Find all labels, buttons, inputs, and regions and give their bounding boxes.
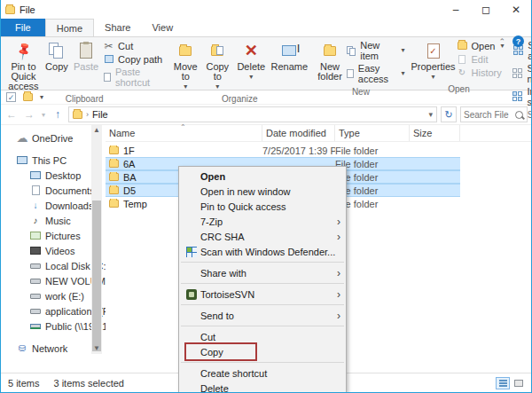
folder-icon	[109, 146, 119, 154]
column-header-size[interactable]: Size	[410, 125, 460, 141]
details-view-button[interactable]	[496, 377, 510, 389]
copy-highlight-box	[184, 342, 257, 361]
menu-item-create-shortcut[interactable]: Create shortcut	[179, 365, 346, 381]
sidebar-item-local-disk-c[interactable]: Local Disk (C:)	[1, 258, 106, 273]
search-box[interactable]	[460, 106, 528, 122]
delete-button[interactable]: ✕ Delete	[233, 38, 269, 83]
pin-to-quick-access-button[interactable]: 📌 Pin to Quick access	[4, 38, 43, 93]
minimize-button[interactable]: –	[441, 0, 471, 20]
group-label-new: New	[315, 86, 406, 98]
breadcrumb-item[interactable]: File	[92, 109, 108, 120]
menu-item-tortoisesvn[interactable]: TortoiseSVN›	[179, 287, 346, 302]
sidebar-item-this-pc[interactable]: This PC	[1, 153, 106, 168]
submenu-arrow-icon: ›	[337, 267, 340, 279]
paste-shortcut-icon	[103, 72, 112, 83]
menu-item-crc-sha[interactable]: CRC SHA›	[179, 229, 346, 244]
tortoisesvn-icon	[186, 289, 197, 300]
ribbon-copy-button[interactable]: Copy	[43, 38, 71, 74]
tab-share[interactable]: Share	[94, 19, 141, 36]
properties-quick-icon[interactable]: ✓	[6, 92, 16, 102]
menu-item-copy[interactable]: Copy	[179, 344, 346, 359]
sidebar-item-work-e[interactable]: work (E:)	[1, 288, 106, 303]
scroll-down-icon[interactable]: ▼	[91, 343, 102, 354]
new-folder-icon	[324, 46, 336, 56]
context-menu: Open Open in new window Pin to Quick acc…	[178, 166, 347, 392]
paste-icon	[80, 43, 92, 59]
ribbon-paste-button[interactable]: Paste	[71, 38, 101, 74]
close-button[interactable]: ✕	[501, 0, 531, 20]
tab-home[interactable]: Home	[45, 19, 94, 36]
sidebar-item-network[interactable]: ⛁Network	[1, 341, 106, 354]
refresh-icon[interactable]: ↻	[441, 106, 457, 122]
sidebar-item-desktop[interactable]: Desktop	[1, 168, 106, 183]
new-folder-button[interactable]: New folder	[315, 38, 345, 83]
drive-icon	[30, 276, 41, 287]
recent-locations-icon[interactable]: ▾	[40, 111, 47, 119]
column-headers: Name⌃ Date modified Type Size	[106, 125, 531, 142]
edit-button[interactable]: Edit	[457, 53, 505, 65]
customize-toolbar-icon[interactable]: ▾	[40, 93, 43, 101]
file-row-1f[interactable]: 1F 7/25/2017 1:39 PM File folder	[106, 144, 460, 157]
scrollbar-thumb[interactable]	[92, 200, 101, 351]
new-item-button[interactable]: New item	[347, 40, 405, 61]
copy-path-button[interactable]: Copy path	[103, 53, 162, 65]
back-icon[interactable]: ←	[4, 108, 19, 121]
breadcrumb-chevron-icon: ›	[86, 110, 89, 119]
windows-defender-icon	[186, 247, 197, 257]
address-dropdown-icon[interactable]: ▾	[428, 110, 433, 119]
scissors-icon: ✂	[103, 40, 114, 51]
scroll-up-icon[interactable]: ▲	[91, 125, 102, 136]
easy-access-button[interactable]: Easy access	[347, 63, 405, 84]
sidebar-item-new-volume-d[interactable]: NEW VOLUME (D	[1, 273, 106, 288]
navigation-pane: ☁OneDrive This PC Desktop Documents ↓Dow…	[1, 125, 106, 354]
forward-icon[interactable]: →	[22, 108, 36, 121]
menu-item-open-in-new-window[interactable]: Open in new window	[179, 184, 346, 199]
breadcrumb-folder-icon	[73, 111, 82, 119]
sort-ascending-icon: ⌃	[180, 123, 186, 131]
help-icon[interactable]: ?	[512, 35, 524, 47]
sidebar-item-pictures[interactable]: Pictures	[1, 228, 106, 243]
select-none-button[interactable]: Select none	[512, 63, 532, 84]
sidebar-item-public-share[interactable]: Public (\\192.16	[1, 318, 106, 334]
tab-view[interactable]: View	[141, 19, 184, 36]
properties-button[interactable]: ✓ Properties	[412, 38, 455, 83]
sidebar-scrollbar[interactable]: ▲ ▼	[91, 125, 102, 354]
network-icon: ⛁	[17, 343, 27, 354]
folder-quick-icon[interactable]	[23, 93, 33, 101]
menu-item-scan-with-windows-defender[interactable]: Scan with Windows Defender...	[179, 244, 346, 259]
open-button[interactable]: Open	[457, 40, 505, 51]
menu-item-7zip[interactable]: 7-Zip›	[179, 214, 346, 229]
invert-selection-button[interactable]: Invert selection	[512, 86, 532, 107]
sidebar-item-documents[interactable]: Documents	[1, 183, 106, 198]
breadcrumb[interactable]: › File ▾	[68, 106, 437, 122]
history-button[interactable]: ↻ History	[457, 67, 505, 78]
paste-shortcut-button[interactable]: Paste shortcut	[103, 67, 162, 88]
title-bar: File – ◻ ✕	[1, 0, 531, 20]
move-to-button[interactable]: ← Move to	[169, 38, 201, 93]
sidebar-item-downloads[interactable]: ↓Downloads	[1, 198, 106, 213]
sidebar-item-applications-f[interactable]: applications (F:)	[1, 303, 106, 318]
copy-to-button[interactable]: Copy to	[201, 38, 233, 93]
sidebar-item-music[interactable]: ♪Music	[1, 213, 106, 228]
sidebar-item-onedrive[interactable]: ☁OneDrive	[1, 130, 106, 145]
thumbnails-view-button[interactable]	[512, 377, 526, 389]
menu-item-pin-to-quick-access[interactable]: Pin to Quick access	[179, 199, 346, 214]
menu-item-send-to[interactable]: Send to›	[179, 308, 346, 323]
menu-item-share-with[interactable]: Share with›	[179, 265, 346, 280]
column-header-name[interactable]: Name⌃	[106, 125, 262, 141]
drive-icon	[30, 261, 41, 271]
sidebar-item-videos[interactable]: Videos	[1, 243, 106, 258]
up-icon[interactable]: ↑	[51, 108, 65, 121]
column-header-date-modified[interactable]: Date modified	[262, 125, 335, 141]
cut-button[interactable]: ✂ Cut	[103, 40, 162, 51]
menu-item-open[interactable]: Open	[179, 169, 346, 184]
minimize-ribbon-icon[interactable]: ⌃	[498, 37, 505, 46]
column-header-type[interactable]: Type	[335, 125, 410, 141]
tab-file[interactable]: File	[1, 19, 45, 36]
maximize-button[interactable]: ◻	[471, 0, 501, 20]
address-bar: ← → ▾ ↑ › File ▾ ↻	[1, 105, 531, 124]
history-icon: ↻	[457, 67, 468, 78]
rename-button[interactable]: Rename	[269, 38, 309, 74]
search-input[interactable]	[464, 110, 515, 120]
menu-item-delete[interactable]: Delete	[179, 381, 346, 393]
